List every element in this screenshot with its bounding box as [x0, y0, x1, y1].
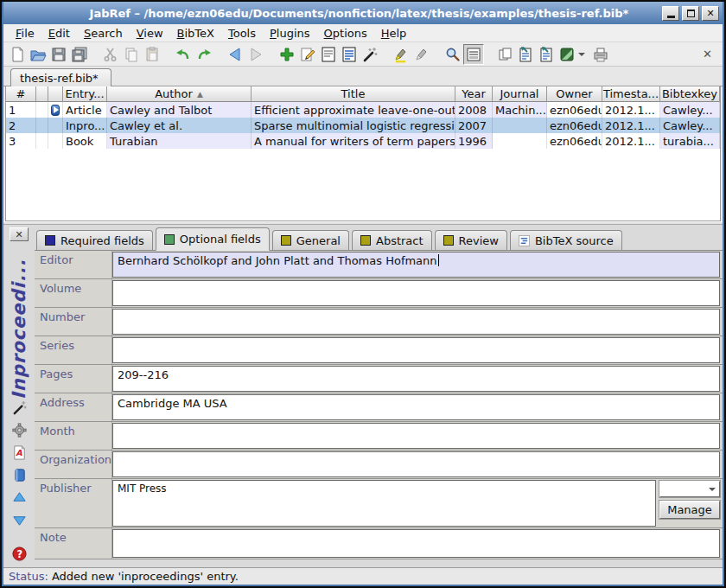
copy-button[interactable] — [121, 44, 142, 65]
series-field-input[interactable] — [112, 337, 720, 363]
cell-entrytype[interactable]: Inpro... — [63, 118, 107, 133]
publisher-dropdown[interactable] — [659, 481, 720, 497]
edit-preamble-button[interactable] — [318, 44, 339, 65]
unmark-entries-button[interactable] — [411, 44, 432, 65]
push-to-lyx-dropdown-icon[interactable] — [578, 53, 585, 56]
cell-year[interactable]: 1996 — [455, 133, 493, 149]
previous-entry-icon[interactable] — [11, 489, 28, 506]
publisher-field-input[interactable]: MIT Press — [112, 480, 656, 527]
cell-owner[interactable]: ezn06edu — [547, 102, 602, 118]
cell-title[interactable]: Sparse multinomial logistic regressi... — [252, 118, 455, 133]
pdf-file-icon[interactable]: A — [11, 444, 28, 461]
menu-file[interactable]: File — [9, 26, 41, 41]
tab-general[interactable]: General — [272, 230, 349, 250]
table-row[interactable]: 1 Article Cawley and Talbot Efficient ap… — [6, 102, 720, 118]
cell-journal[interactable] — [493, 118, 547, 133]
organization-field-input[interactable] — [112, 451, 720, 477]
print-button[interactable] — [590, 44, 611, 65]
cell-file[interactable] — [48, 133, 63, 149]
cell-author[interactable]: Cawley and Talbot — [107, 102, 252, 118]
column-number[interactable]: # — [6, 86, 36, 102]
cell-owner[interactable]: ezn06edu — [547, 133, 602, 149]
menu-bibtex[interactable]: BibTeX — [170, 26, 221, 41]
cell-ranking[interactable] — [36, 102, 48, 118]
next-entry-icon[interactable] — [11, 512, 28, 528]
new-entry-button[interactable] — [277, 44, 297, 65]
manage-button[interactable]: Manage — [659, 501, 720, 519]
pages-field-input[interactable]: 209--216 — [112, 366, 720, 392]
close-button[interactable]: ✕ — [702, 6, 719, 21]
column-file[interactable] — [48, 86, 63, 102]
menu-search[interactable]: Search — [77, 26, 130, 41]
entry-table[interactable]: # Entry... Author▲ Title Year Journal Ow… — [5, 86, 721, 221]
cut-button[interactable] — [100, 44, 121, 65]
column-author[interactable]: Author▲ — [107, 86, 252, 102]
cell-year[interactable]: 2008 — [455, 102, 493, 118]
mark-entries-button[interactable] — [391, 44, 411, 65]
paste-button[interactable] — [142, 44, 162, 65]
menu-tools[interactable]: Tools — [221, 26, 263, 41]
title-bar[interactable]: JabRef – /home/ezn06edu/Documents/nonfic… — [3, 2, 723, 24]
cell-ranking[interactable] — [36, 118, 48, 133]
cleanup-wand-button[interactable] — [360, 44, 380, 65]
save-database-button[interactable] — [48, 44, 69, 65]
entry-editor-close-button[interactable]: ✕ — [10, 227, 29, 241]
column-owner[interactable]: Owner — [547, 86, 602, 102]
generate-key-wand-icon[interactable] — [11, 399, 28, 416]
cell-author[interactable]: Cawley et al. — [107, 118, 252, 133]
cell-file[interactable] — [48, 102, 63, 118]
editor-field-input[interactable]: Bernhard Schölkopf and John Platt and Th… — [112, 252, 720, 278]
menu-view[interactable]: View — [130, 26, 170, 41]
table-row-selected[interactable]: 2 Inpro... Cawley et al. Sparse multinom… — [6, 118, 720, 133]
cell-author[interactable]: Turabian — [107, 133, 252, 149]
settings-gear-icon[interactable] — [11, 422, 28, 438]
menu-options[interactable]: Options — [317, 26, 374, 41]
cell-title[interactable]: Efficient approximate leave-one-out... — [252, 102, 455, 118]
cell-bibtexkey[interactable]: turabia... — [660, 133, 720, 149]
cell-num[interactable]: 3 — [6, 133, 36, 149]
forward-button[interactable] — [245, 44, 266, 65]
cell-timestamp[interactable]: 2012.1... — [602, 102, 660, 118]
url-icon[interactable] — [51, 105, 60, 116]
minimize-button[interactable] — [662, 6, 679, 21]
new-database-button[interactable] — [7, 44, 28, 65]
month-field-input[interactable] — [112, 423, 720, 449]
duplicate-entry-button[interactable] — [494, 44, 515, 65]
menu-plugins[interactable]: Plugins — [263, 26, 317, 41]
cell-num[interactable]: 2 — [6, 118, 36, 133]
menu-help[interactable]: Help — [374, 26, 414, 41]
back-button[interactable] — [225, 44, 245, 65]
column-timestamp[interactable]: Timesta... — [602, 86, 660, 102]
column-journal[interactable]: Journal — [493, 86, 547, 102]
search-button[interactable] — [443, 44, 463, 65]
cell-timestamp[interactable]: 2012.1... — [602, 133, 660, 149]
cell-num[interactable]: 1 — [6, 102, 36, 118]
cell-bibtexkey[interactable]: Cawley... — [660, 102, 720, 118]
save-all-databases-button[interactable] — [69, 44, 90, 65]
help-icon[interactable]: ? — [11, 546, 28, 562]
note-field-input[interactable] — [112, 529, 720, 558]
cell-year[interactable]: 2007 — [455, 118, 493, 133]
cell-timestamp[interactable]: 2012.1... — [602, 118, 660, 133]
undo-button[interactable] — [173, 44, 194, 65]
volume-field-input[interactable] — [112, 280, 720, 306]
redo-button[interactable] — [194, 44, 214, 65]
database-tab[interactable]: thesis-ref.bib* — [10, 68, 111, 86]
push-to-lyx-button[interactable] — [557, 44, 577, 65]
toggle-search-panel-button[interactable] — [463, 44, 484, 65]
tab-abstract[interactable]: Abstract — [352, 230, 432, 250]
menu-edit[interactable]: Edit — [41, 26, 77, 41]
column-title[interactable]: Title — [252, 86, 455, 102]
address-field-input[interactable]: Cambridge MA USA — [112, 394, 720, 420]
tab-optional-fields[interactable]: Optional fields — [156, 227, 270, 251]
cell-entrytype[interactable]: Article — [63, 102, 107, 118]
cell-journal[interactable] — [493, 133, 547, 149]
push-to-application-alt-button[interactable] — [536, 44, 557, 65]
open-file-icon[interactable] — [11, 467, 28, 483]
column-ranking[interactable] — [36, 86, 48, 102]
tab-bibtex-source[interactable]: BibTeX source — [510, 230, 622, 250]
column-entrytype[interactable]: Entry... — [63, 86, 107, 102]
column-bibtexkey[interactable]: Bibtexkey — [660, 86, 720, 102]
cell-file[interactable] — [48, 118, 63, 133]
cell-ranking[interactable] — [36, 133, 48, 149]
